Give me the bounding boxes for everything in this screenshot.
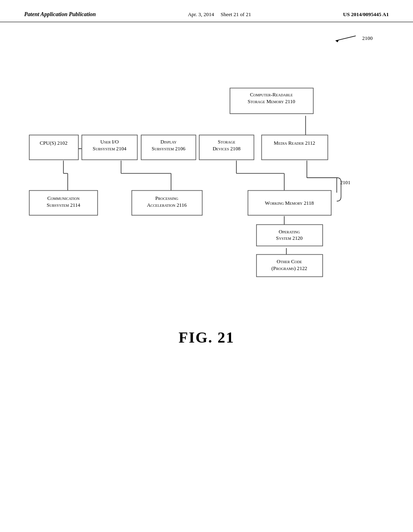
svg-text:Subsystem 2104: Subsystem 2104 bbox=[93, 146, 127, 152]
header-sheet: Sheet 21 of 21 bbox=[221, 11, 251, 17]
figure-caption: FIG. 21 bbox=[0, 320, 413, 346]
header-left: Patent Application Publication bbox=[24, 11, 96, 18]
svg-text:Storage: Storage bbox=[218, 139, 236, 145]
header-right: US 2014/0095445 A1 bbox=[343, 11, 389, 18]
svg-text:Storage Memory 2110: Storage Memory 2110 bbox=[248, 99, 295, 104]
svg-text:Other Code: Other Code bbox=[277, 259, 302, 264]
svg-text:(Programs) 2122: (Programs) 2122 bbox=[271, 266, 307, 271]
svg-text:2101: 2101 bbox=[340, 180, 350, 185]
svg-text:Operating: Operating bbox=[279, 229, 300, 235]
svg-text:Communication: Communication bbox=[47, 195, 79, 201]
svg-rect-36 bbox=[262, 135, 328, 160]
svg-text:System 2120: System 2120 bbox=[276, 235, 302, 241]
svg-text:Processing: Processing bbox=[155, 195, 179, 201]
diagram-area: 2100 2101 bbox=[0, 26, 413, 316]
svg-text:Subsystem 2114: Subsystem 2114 bbox=[47, 202, 81, 208]
svg-text:Working Memory 2118: Working Memory 2118 bbox=[265, 200, 314, 206]
svg-text:CPU(S) 2102: CPU(S) 2102 bbox=[40, 140, 68, 146]
svg-text:Computer-Readable: Computer-Readable bbox=[250, 92, 293, 98]
header-center: Apr. 3, 2014 Sheet 21 of 21 bbox=[188, 11, 251, 18]
svg-text:User I/O: User I/O bbox=[100, 139, 119, 145]
header-date: Apr. 3, 2014 bbox=[188, 11, 214, 17]
svg-text:Media Reader 2112: Media Reader 2112 bbox=[274, 140, 315, 146]
page-header: Patent Application Publication Apr. 3, 2… bbox=[0, 0, 413, 22]
svg-text:Subsystem 2106: Subsystem 2106 bbox=[152, 146, 186, 152]
diagram-svg: 2101 Computer-Readable Storage Memory 21… bbox=[0, 26, 413, 316]
svg-text:Acceleration 2116: Acceleration 2116 bbox=[147, 202, 187, 208]
svg-rect-25 bbox=[29, 135, 79, 160]
svg-text:Devices 2108: Devices 2108 bbox=[213, 146, 240, 152]
svg-text:Display: Display bbox=[161, 139, 177, 145]
